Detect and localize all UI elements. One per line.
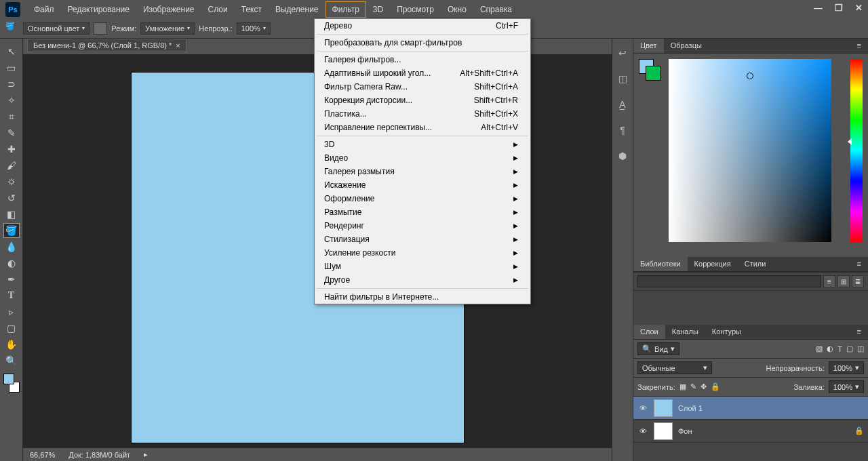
history-brush-tool-icon[interactable]: ↺ <box>3 191 20 205</box>
menu-item[interactable]: Рендеринг▶ <box>315 219 530 233</box>
menu-item[interactable]: Видео▶ <box>315 151 530 165</box>
menu-item[interactable]: Оформление▶ <box>315 192 530 205</box>
library-search-input[interactable] <box>637 275 821 287</box>
panel-menu-icon[interactable]: ≡ <box>850 257 868 271</box>
minimize-button[interactable]: — <box>814 3 823 13</box>
blur-tool-icon[interactable]: 💧 <box>3 239 20 254</box>
filter-type-icon[interactable]: T <box>837 345 842 353</box>
blend-mode-combo[interactable]: Обычные▾ <box>637 361 712 374</box>
library-list-icon[interactable]: ≣ <box>852 275 864 287</box>
menu-просмотр[interactable]: Просмотр <box>390 1 441 18</box>
menu-3d[interactable]: 3D <box>366 1 390 18</box>
menu-item[interactable]: Коррекция дисторсии...Shift+Ctrl+R <box>315 94 530 107</box>
menu-файл[interactable]: Файл <box>27 1 61 18</box>
tab-paths[interactable]: Контуры <box>705 325 748 339</box>
menu-item[interactable]: Фильтр Camera Raw...Shift+Ctrl+A <box>315 80 530 94</box>
layer-row[interactable]: 👁Фон🔒 <box>633 420 868 443</box>
path-select-tool-icon[interactable]: ▹ <box>3 304 20 319</box>
hand-tool-icon[interactable]: ✋ <box>3 337 20 352</box>
close-button[interactable]: ✕ <box>855 3 863 13</box>
opacity-combo[interactable]: 100%▾ <box>237 22 271 35</box>
menu-изображение[interactable]: Изображение <box>136 1 201 18</box>
menu-item[interactable]: Усиление резкости▶ <box>315 246 530 260</box>
panel-menu-icon[interactable]: ≡ <box>850 39 868 53</box>
tab-layers[interactable]: Слои <box>633 325 665 339</box>
lock-brush-icon[interactable]: ✎ <box>690 382 696 391</box>
crop-tool-icon[interactable]: ⌗ <box>3 109 20 124</box>
menu-редактирование[interactable]: Редактирование <box>61 1 136 18</box>
rectangle-tool-icon[interactable]: ▢ <box>3 321 20 336</box>
tab-adjustments[interactable]: Коррекция <box>688 257 738 271</box>
lock-pixels-icon[interactable]: ▦ <box>679 382 686 391</box>
stamp-tool-icon[interactable]: ⛭ <box>3 174 20 189</box>
menu-item[interactable]: Стилизация▶ <box>315 233 530 246</box>
menu-item[interactable]: Другое▶ <box>315 273 530 287</box>
eraser-tool-icon[interactable]: ◧ <box>3 207 20 222</box>
menu-item[interactable]: Преобразовать для смарт-фильтров <box>315 36 530 49</box>
library-menu-icon[interactable]: ≡ <box>823 275 835 287</box>
type-tool-icon[interactable]: T <box>3 288 20 303</box>
filter-smart-icon[interactable]: ◫ <box>857 344 864 353</box>
lasso-tool-icon[interactable]: ⊃ <box>3 77 20 92</box>
menu-item[interactable]: Пластика...Shift+Ctrl+X <box>315 107 530 121</box>
menu-item[interactable]: 3D▶ <box>315 138 530 151</box>
blend-mode-combo[interactable]: Умножение▾ <box>140 22 195 35</box>
healing-tool-icon[interactable]: ✚ <box>3 142 20 157</box>
paint-bucket-tool-icon[interactable]: 🪣 <box>3 223 20 238</box>
menu-item[interactable]: Найти фильтры в Интернете... <box>315 290 530 304</box>
menu-item[interactable]: Размытие▶ <box>315 205 530 219</box>
panel-bg-swatch[interactable] <box>646 66 660 81</box>
menu-item[interactable]: Исправление перспективы...Alt+Ctrl+V <box>315 121 530 134</box>
move-tool-icon[interactable]: ↖ <box>3 44 20 59</box>
layer-fill-combo[interactable]: 100%▾ <box>829 380 864 393</box>
menu-справка[interactable]: Справка <box>473 1 519 18</box>
menu-item[interactable]: Адаптивный широкий угол...Alt+Shift+Ctrl… <box>315 66 530 80</box>
filter-pixel-icon[interactable]: ▧ <box>816 344 823 353</box>
tab-swatches[interactable]: Образцы <box>664 39 709 53</box>
zoom-tool-icon[interactable]: 🔍 <box>3 353 20 368</box>
zoom-level[interactable]: 66,67% <box>30 451 55 459</box>
pattern-swatch[interactable] <box>94 22 107 35</box>
menu-item[interactable]: Галерея фильтров... <box>315 53 530 66</box>
panel-menu-icon[interactable]: ≡ <box>850 325 868 339</box>
status-arrow-icon[interactable]: ▸ <box>144 450 148 459</box>
close-tab-icon[interactable]: × <box>176 41 180 49</box>
menu-item[interactable]: Галерея размытия▶ <box>315 165 530 178</box>
menu-item[interactable]: Искажение▶ <box>315 178 530 192</box>
3d-panel-icon[interactable]: ⬢ <box>615 148 630 163</box>
filter-adjust-icon[interactable]: ◐ <box>827 344 833 353</box>
library-grid-icon[interactable]: ⊞ <box>837 275 850 287</box>
menu-слои[interactable]: Слои <box>201 1 235 18</box>
menu-фильтр[interactable]: Фильтр <box>326 1 366 18</box>
filter-shape-icon[interactable]: ▢ <box>846 344 853 353</box>
layer-kind-filter[interactable]: 🔍 Вид ▾ <box>637 342 679 355</box>
tab-color[interactable]: Цвет <box>633 39 664 53</box>
dodge-tool-icon[interactable]: ◐ <box>3 256 20 270</box>
paragraph-panel-icon[interactable]: ¶ <box>615 123 630 138</box>
layer-opacity-combo[interactable]: 100%▾ <box>829 361 864 374</box>
menu-item[interactable]: ДеревоCtrl+F <box>315 19 530 33</box>
document-tab[interactable]: Без имени-1 @ 66,7% (Слой 1, RGB/8) * × <box>27 39 186 52</box>
tab-styles[interactable]: Стили <box>738 257 773 271</box>
menu-текст[interactable]: Текст <box>235 1 269 18</box>
layer-row[interactable]: 👁Слой 1 <box>633 397 868 420</box>
maximize-button[interactable]: ❐ <box>835 3 843 13</box>
wand-tool-icon[interactable]: ✧ <box>3 93 20 108</box>
visibility-icon[interactable]: 👁 <box>637 427 648 435</box>
pen-tool-icon[interactable]: ✒ <box>3 272 20 287</box>
layer-thumbnail[interactable] <box>654 399 673 417</box>
color-field[interactable] <box>669 59 831 242</box>
layer-name[interactable]: Слой 1 <box>678 404 703 412</box>
lock-position-icon[interactable]: ✥ <box>701 382 707 391</box>
marquee-tool-icon[interactable]: ▭ <box>3 60 20 75</box>
brush-tool-icon[interactable]: 🖌 <box>3 158 20 173</box>
color-swatches[interactable] <box>3 374 20 393</box>
fill-source-combo[interactable]: Основной цвет▾ <box>23 22 90 35</box>
character-panel-icon[interactable]: A̲ <box>615 97 630 112</box>
menu-item[interactable]: Шум▶ <box>315 260 530 273</box>
color-marker[interactable] <box>747 73 753 79</box>
eyedropper-tool-icon[interactable]: ✎ <box>3 125 20 140</box>
tab-channels[interactable]: Каналы <box>665 325 705 339</box>
foreground-color-swatch[interactable] <box>3 374 14 384</box>
filter-menu-dropdown[interactable]: ДеревоCtrl+FПреобразовать для смарт-филь… <box>314 18 531 304</box>
